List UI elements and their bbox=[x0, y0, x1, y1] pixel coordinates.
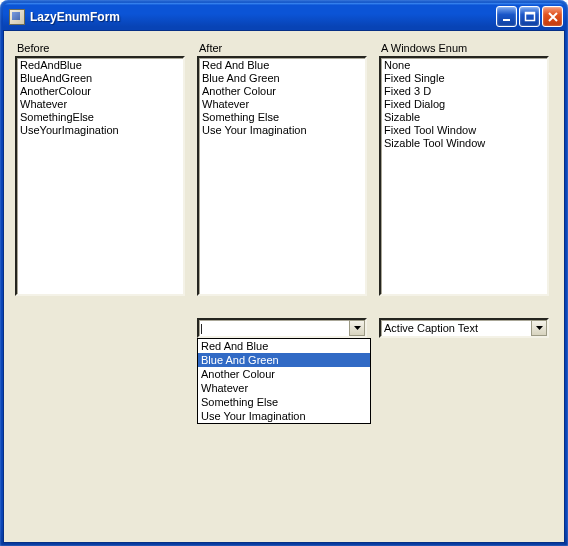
winenum-listbox[interactable]: NoneFixed SingleFixed 3 DFixed DialogSiz… bbox=[379, 56, 549, 296]
before-listbox[interactable]: RedAndBlueBlueAndGreenAnotherColourWhate… bbox=[15, 56, 185, 296]
list-item[interactable]: SomethingElse bbox=[19, 111, 181, 124]
after-column: After Red And BlueBlue And GreenAnother … bbox=[197, 42, 367, 296]
dropdown-option[interactable]: Blue And Green bbox=[198, 353, 370, 367]
dropdown-option[interactable]: Something Else bbox=[198, 395, 370, 409]
list-item[interactable]: Red And Blue bbox=[201, 59, 363, 72]
list-item[interactable]: Sizable Tool Window bbox=[383, 137, 545, 150]
columns-row: Before RedAndBlueBlueAndGreenAnotherColo… bbox=[15, 42, 553, 296]
winenum-combobox-drop-button[interactable] bbox=[531, 320, 547, 336]
window-buttons bbox=[496, 6, 563, 27]
list-item[interactable]: Blue And Green bbox=[201, 72, 363, 85]
svg-rect-2 bbox=[525, 12, 534, 14]
app-icon bbox=[9, 9, 25, 25]
app-window: LazyEnumForm Before RedAndBlueBlueAndGre… bbox=[0, 0, 568, 546]
list-item[interactable]: Whatever bbox=[19, 98, 181, 111]
list-item[interactable]: RedAndBlue bbox=[19, 59, 181, 72]
combo-row: | Red And BlueBlue And GreenAnother Colo… bbox=[15, 318, 553, 338]
before-label: Before bbox=[17, 42, 185, 54]
winenum-column: A Windows Enum NoneFixed SingleFixed 3 D… bbox=[379, 42, 549, 296]
list-item[interactable]: Sizable bbox=[383, 111, 545, 124]
maximize-icon bbox=[524, 11, 536, 23]
list-item[interactable]: Another Colour bbox=[201, 85, 363, 98]
after-label: After bbox=[199, 42, 367, 54]
list-item[interactable]: Something Else bbox=[201, 111, 363, 124]
after-combobox-drop-button[interactable] bbox=[349, 320, 365, 336]
close-icon bbox=[547, 11, 559, 23]
list-item[interactable]: UseYourImagination bbox=[19, 124, 181, 137]
list-item[interactable]: Fixed 3 D bbox=[383, 85, 545, 98]
list-item[interactable]: Fixed Dialog bbox=[383, 98, 545, 111]
client-area: Before RedAndBlueBlueAndGreenAnotherColo… bbox=[3, 30, 565, 543]
winenum-label: A Windows Enum bbox=[381, 42, 549, 54]
list-item[interactable]: Fixed Tool Window bbox=[383, 124, 545, 137]
chevron-down-icon bbox=[354, 325, 361, 332]
titlebar[interactable]: LazyEnumForm bbox=[3, 3, 565, 30]
maximize-button[interactable] bbox=[519, 6, 540, 27]
minimize-icon bbox=[501, 11, 513, 23]
text-caret-icon: | bbox=[200, 323, 203, 334]
chevron-down-icon bbox=[536, 325, 543, 332]
after-combobox-dropdown[interactable]: Red And BlueBlue And GreenAnother Colour… bbox=[197, 338, 371, 424]
list-item[interactable]: Use Your Imagination bbox=[201, 124, 363, 137]
combo-spacer bbox=[15, 318, 185, 338]
list-item[interactable]: AnotherColour bbox=[19, 85, 181, 98]
after-listbox[interactable]: Red And BlueBlue And GreenAnother Colour… bbox=[197, 56, 367, 296]
dropdown-option[interactable]: Red And Blue bbox=[198, 339, 370, 353]
window-title: LazyEnumForm bbox=[30, 10, 496, 24]
dropdown-option[interactable]: Another Colour bbox=[198, 367, 370, 381]
list-item[interactable]: None bbox=[383, 59, 545, 72]
after-combobox[interactable]: | Red And BlueBlue And GreenAnother Colo… bbox=[197, 318, 367, 338]
winenum-combobox-value: Active Caption Text bbox=[381, 322, 531, 334]
minimize-button[interactable] bbox=[496, 6, 517, 27]
list-item[interactable]: Whatever bbox=[201, 98, 363, 111]
before-column: Before RedAndBlueBlueAndGreenAnotherColo… bbox=[15, 42, 185, 296]
winenum-combobox[interactable]: Active Caption Text bbox=[379, 318, 549, 338]
list-item[interactable]: BlueAndGreen bbox=[19, 72, 181, 85]
svg-rect-0 bbox=[503, 19, 510, 21]
dropdown-option[interactable]: Whatever bbox=[198, 381, 370, 395]
dropdown-option[interactable]: Use Your Imagination bbox=[198, 409, 370, 423]
close-button[interactable] bbox=[542, 6, 563, 27]
list-item[interactable]: Fixed Single bbox=[383, 72, 545, 85]
